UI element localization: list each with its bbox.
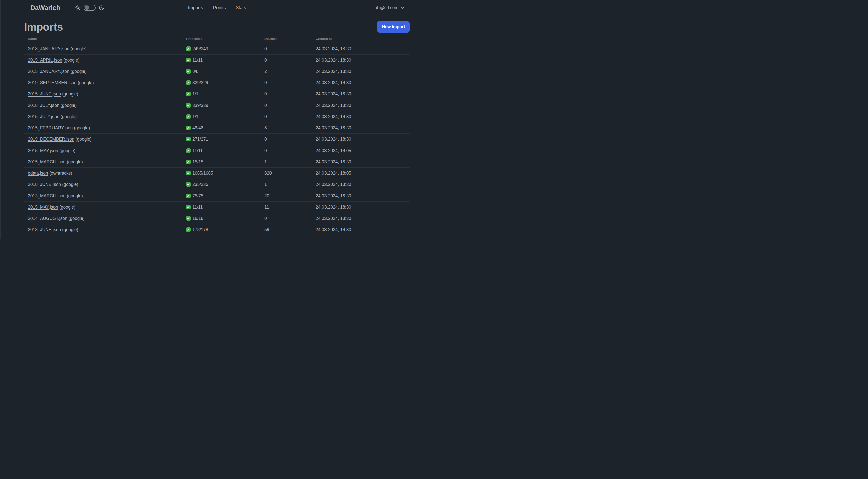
file-link[interactable]: 2018_JUNE.json <box>28 182 61 187</box>
file-link[interactable]: 2015_MAY.json <box>28 205 58 210</box>
file-source: (google) <box>63 58 80 63</box>
file-source: (google) <box>78 80 94 85</box>
table-row: 2018_JULY.json (google)✔339/339024.03.20… <box>24 99 410 111</box>
nav-link-stats[interactable]: Stats <box>236 5 246 10</box>
processed-cell: ✔249/249 <box>186 46 265 52</box>
file-link[interactable]: 2015_APRIL.json <box>28 58 62 63</box>
file-link[interactable]: 2018_JULY.json <box>28 103 59 108</box>
created-at-cell: 24.03.2024, 18:30 <box>316 103 406 108</box>
check-icon: ✔ <box>186 182 191 187</box>
created-at-cell: 24.03.2024, 18:30 <box>316 58 406 63</box>
table-row: 2013_JUNE.json (google)✔178/1785924.03.2… <box>24 224 410 235</box>
doubles-cell: 0 <box>265 46 316 52</box>
file-name-cell: 2019_SEPTEMBER.json (google) <box>28 80 186 85</box>
processed-cell: ✔15/15 <box>186 159 265 164</box>
file-link[interactable]: 2015_MAY.json <box>28 148 58 153</box>
processed-count: 1665/1665 <box>192 171 213 176</box>
file-link[interactable]: 2015_JUNE.json <box>28 91 61 96</box>
file-source: (google) <box>70 69 87 74</box>
processed-count: 249/249 <box>192 46 208 52</box>
processed-count: 48/48 <box>192 125 204 131</box>
table-row: 2018_JANUARY.json (google)✔249/249024.03… <box>24 43 410 54</box>
processed-count: 339/339 <box>192 103 208 108</box>
file-link[interactable]: 2018_JANUARY.json <box>28 46 69 51</box>
processed-count: 1/1 <box>192 91 198 97</box>
check-icon: ✔ <box>186 137 191 142</box>
account-menu[interactable]: ab@cd.com <box>375 0 405 15</box>
created-at-cell: 24.03.2024, 18:30 <box>316 227 406 233</box>
file-name-cell: 2015_MAY.json (google) <box>28 205 186 210</box>
file-source: (owntracks) <box>50 171 72 176</box>
table-row: 2015_MAY.json (google)✔11/111124.03.2024… <box>24 201 410 213</box>
chevron-down-icon <box>401 6 405 9</box>
doubles-cell: 0 <box>265 58 316 63</box>
file-link[interactable]: 2015_MARCH.json <box>28 159 66 164</box>
file-source: (google) <box>74 125 90 130</box>
file-link[interactable]: 2019_DECEMBER.json <box>28 137 74 142</box>
processed-cell: ✔1/1 <box>186 91 265 97</box>
table-row-partial: ✔ <box>24 235 410 239</box>
file-name-cell: 2018_JUNE.json (google) <box>28 182 186 187</box>
file-name-cell: 2015_FEBRUARY.json (google) <box>28 125 186 131</box>
check-icon: ✔ <box>186 103 191 108</box>
check-icon: ✔ <box>186 239 191 239</box>
theme-toggle[interactable] <box>84 4 96 11</box>
file-link[interactable]: 2013_MARCH.json <box>28 193 66 198</box>
created-at-cell: 24.03.2024, 18:30 <box>316 193 406 199</box>
check-icon: ✔ <box>186 92 191 96</box>
file-link[interactable]: 2014_AUGUST.json <box>28 216 67 221</box>
created-at-cell: 24.03.2024, 18:30 <box>316 182 406 187</box>
doubles-cell: 0 <box>265 91 316 97</box>
file-source: (google) <box>67 193 83 198</box>
processed-cell: ✔178/178 <box>186 227 265 233</box>
processed-cell: ✔339/339 <box>186 103 265 108</box>
file-source: (google) <box>61 103 76 108</box>
sun-icon <box>75 5 81 10</box>
doubles-cell: 0 <box>265 148 316 153</box>
file-name-cell: 2015_JULY.json (google) <box>28 114 186 119</box>
theme-toggle-knob <box>85 5 89 10</box>
created-at-cell: 24.03.2024, 18:30 <box>316 216 406 221</box>
created-at-cell: 24.03.2024, 18:30 <box>316 137 406 142</box>
processed-count: 8/8 <box>192 69 198 74</box>
doubles-cell: 0 <box>265 137 316 142</box>
file-name-cell: 2013_JUNE.json (google) <box>28 227 186 233</box>
moon-icon <box>99 5 104 10</box>
file-link[interactable]: 2015_JANUARY.json <box>28 69 69 74</box>
processed-count: 11/11 <box>192 205 203 210</box>
check-icon: ✔ <box>186 148 191 153</box>
file-source: (google) <box>68 216 85 221</box>
file-source: (google) <box>62 227 78 232</box>
file-link[interactable]: odata.json <box>28 171 48 176</box>
app-logo[interactable]: DaWarIch <box>30 4 60 11</box>
new-import-button[interactable]: New import <box>377 21 410 33</box>
navbar: DaWarIch Imports Points Stats ab@cd.com <box>0 0 434 15</box>
processed-count: 11/11 <box>192 58 203 63</box>
nav-link-imports[interactable]: Imports <box>188 5 203 10</box>
check-icon: ✔ <box>186 228 191 232</box>
table-row: 2015_MARCH.json (google)✔15/15124.03.202… <box>24 156 410 168</box>
table-row: 2015_MAY.json (google)✔11/11024.03.2024,… <box>24 145 410 156</box>
processed-cell: ✔329/329 <box>186 80 265 85</box>
imports-table: Name Processed Doubles Created at 2018_J… <box>24 35 410 239</box>
file-link[interactable]: 2015_JULY.json <box>28 114 59 119</box>
page-header: Imports New import <box>24 19 410 35</box>
file-link[interactable]: 2019_SEPTEMBER.json <box>28 80 76 85</box>
table-row: 2014_AUGUST.json (google)✔18/18024.03.20… <box>24 213 410 224</box>
processed-count: 1/1 <box>192 114 198 119</box>
processed-cell: ✔75/75 <box>186 193 265 199</box>
created-at-cell: 24.03.2024, 18:30 <box>316 69 406 74</box>
processed-cell: ✔48/48 <box>186 125 265 131</box>
file-link[interactable]: 2013_JUNE.json <box>28 227 61 232</box>
table-row: 2015_JANUARY.json (google)✔8/8224.03.202… <box>24 66 410 77</box>
table-row: 2015_JUNE.json (google)✔1/1024.03.2024, … <box>24 88 410 99</box>
processed-count: 15/15 <box>192 159 204 164</box>
table-header-row: Name Processed Doubles Created at <box>24 35 410 43</box>
file-name-cell: 2015_JUNE.json (google) <box>28 91 186 97</box>
nav-link-points[interactable]: Points <box>213 5 225 10</box>
doubles-cell: 1 <box>265 182 316 187</box>
file-link[interactable]: 2015_FEBRUARY.json <box>28 125 72 130</box>
processed-cell: ✔235/235 <box>186 182 265 187</box>
table-row: 2019_DECEMBER.json (google)✔271/271024.0… <box>24 133 410 145</box>
check-icon: ✔ <box>186 69 191 73</box>
